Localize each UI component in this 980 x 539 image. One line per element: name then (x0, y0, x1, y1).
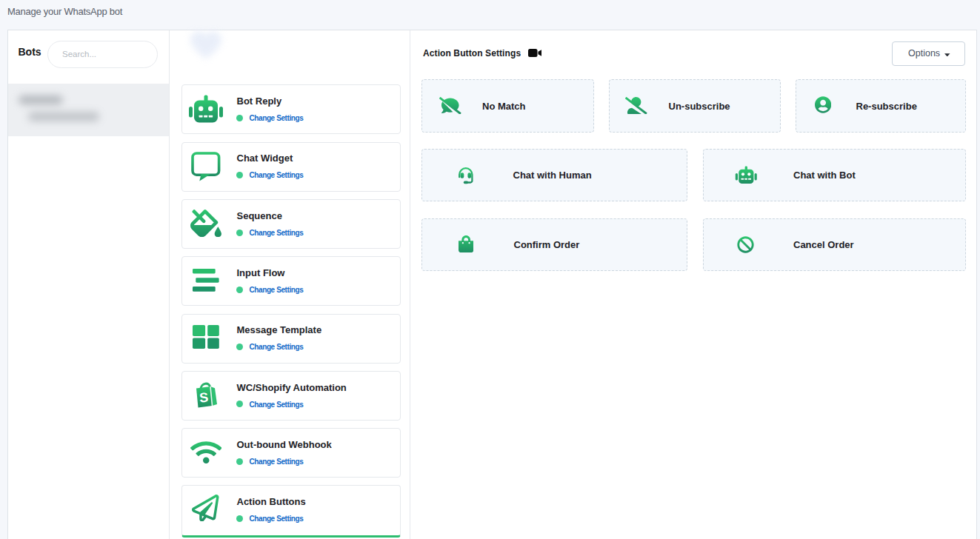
svg-text:S: S (199, 389, 209, 405)
